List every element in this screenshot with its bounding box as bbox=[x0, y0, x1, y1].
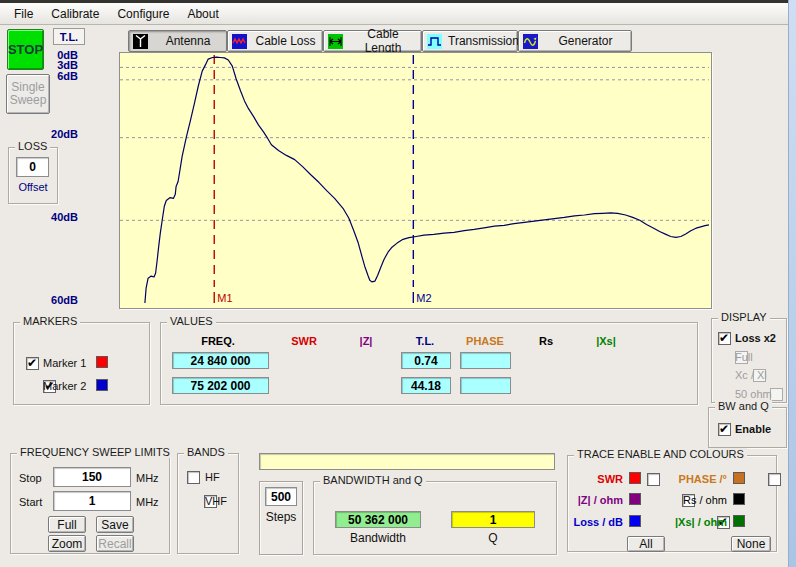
bands-group-title: BANDS bbox=[184, 446, 228, 458]
xs-color-swatch[interactable] bbox=[733, 515, 745, 527]
q-field[interactable]: 1 bbox=[451, 511, 535, 528]
stop-label: Stop bbox=[19, 472, 42, 484]
full-sweep-button[interactable]: Full bbox=[48, 516, 86, 533]
transmission-icon bbox=[427, 34, 442, 49]
rs-color-swatch[interactable] bbox=[733, 493, 745, 505]
phase-trace-checkbox[interactable] bbox=[768, 473, 781, 486]
swr-trace-label: SWR bbox=[571, 473, 623, 485]
loss-trace-label: Loss / dB bbox=[571, 516, 623, 528]
stop-freq-input[interactable]: 150 bbox=[53, 467, 131, 487]
swr-trace-checkbox[interactable] bbox=[647, 473, 660, 486]
marker1-freq-field[interactable]: 24 840 000 bbox=[172, 352, 269, 369]
bw-and-q-group: BW and Q Enable bbox=[708, 407, 787, 448]
loss-offset-label[interactable]: Offset bbox=[9, 181, 57, 193]
toolbar-transmission-button[interactable]: Transmission bbox=[422, 30, 518, 52]
steps-panel: 500 Steps bbox=[259, 481, 303, 555]
y-tick-20db: 20dB bbox=[38, 128, 78, 140]
menu-file[interactable]: File bbox=[5, 5, 42, 23]
marker2-label: Marker 2 bbox=[43, 380, 86, 392]
chart-plot-area[interactable]: M1M2 bbox=[120, 53, 709, 306]
recall-button[interactable]: Recall bbox=[96, 535, 134, 552]
hf-checkbox[interactable] bbox=[187, 471, 200, 484]
window-right-border bbox=[788, 0, 796, 567]
markers-group-title: MARKERS bbox=[20, 315, 80, 327]
save-button[interactable]: Save bbox=[96, 516, 134, 533]
display-group-title: DISPLAY bbox=[718, 311, 770, 323]
generator-icon bbox=[523, 34, 538, 49]
bwq-enable-checkbox[interactable] bbox=[718, 423, 731, 436]
marker1-color-swatch[interactable] bbox=[96, 356, 108, 368]
marker1-tl-field[interactable]: 0.74 bbox=[401, 352, 451, 369]
toolbar-cable-length-label: Cable Length bbox=[349, 27, 417, 55]
header-freq: FREQ. bbox=[201, 335, 235, 347]
zoom-button[interactable]: Zoom bbox=[48, 535, 86, 552]
toolbar-cable-loss-label: Cable Loss bbox=[253, 34, 318, 48]
antenna-icon bbox=[133, 34, 148, 49]
sweep-limits-title: FREQUENCY SWEEP LIMITS bbox=[17, 446, 173, 458]
header-rs: Rs bbox=[539, 335, 553, 347]
trace-enable-title: TRACE ENABLE AND COLOURS bbox=[574, 448, 747, 460]
display-group: DISPLAY Loss x2 Full Xc / Xl 50 ohm bbox=[711, 318, 787, 403]
xs-trace-label: |Xs| / ohm bbox=[667, 516, 727, 528]
svg-text:M2: M2 bbox=[416, 292, 431, 304]
toolbar-transmission-label: Transmission bbox=[448, 34, 519, 48]
toolbar-antenna-label: Antenna bbox=[154, 34, 222, 48]
sweep-chart[interactable]: M1M2 bbox=[119, 52, 712, 309]
y-tick-40db: 40dB bbox=[38, 211, 78, 223]
header-phase: PHASE bbox=[466, 335, 504, 347]
phase-color-swatch[interactable] bbox=[733, 472, 745, 484]
swr-color-swatch[interactable] bbox=[629, 472, 641, 484]
vhf-label: VHF bbox=[205, 495, 227, 507]
z-color-swatch[interactable] bbox=[629, 493, 641, 505]
marker1-label: Marker 1 bbox=[43, 357, 86, 369]
header-swr: SWR bbox=[291, 335, 317, 347]
bwq-enable-label: Enable bbox=[735, 423, 771, 435]
y-tick-60db: 60dB bbox=[38, 294, 78, 306]
marker2-color-swatch[interactable] bbox=[96, 379, 108, 391]
tl-axis-label: T.L. bbox=[53, 28, 85, 45]
values-group-title: VALUES bbox=[167, 315, 216, 327]
trace-enable-group: TRACE ENABLE AND COLOURS SWR PHASE /° |Z… bbox=[567, 455, 777, 552]
toolbar-cable-loss-button[interactable]: Cable Loss bbox=[227, 30, 323, 52]
svg-text:M1: M1 bbox=[217, 292, 232, 304]
marker1-phase-field[interactable] bbox=[460, 352, 511, 369]
marker2-phase-field[interactable] bbox=[460, 377, 511, 394]
50ohm-checkbox[interactable] bbox=[770, 388, 783, 401]
bands-group: BANDS HF VHF bbox=[177, 453, 239, 554]
phase-trace-label: PHASE /° bbox=[667, 473, 727, 485]
stop-unit-label: MHz bbox=[136, 472, 159, 484]
header-z: |Z| bbox=[360, 335, 373, 347]
toolbar-antenna-button[interactable]: Antenna bbox=[128, 30, 227, 52]
menu-about[interactable]: About bbox=[178, 5, 227, 23]
loss-color-swatch[interactable] bbox=[629, 515, 641, 527]
menu-calibrate[interactable]: Calibrate bbox=[42, 5, 108, 23]
marker1-checkbox[interactable] bbox=[26, 357, 39, 370]
loss-offset-input[interactable]: 0 bbox=[16, 157, 49, 177]
steps-label: Steps bbox=[260, 510, 302, 524]
status-field[interactable] bbox=[259, 453, 555, 470]
menu-bar: File Calibrate Configure About bbox=[0, 3, 796, 25]
q-label: Q bbox=[451, 531, 535, 545]
bandwidth-q-group: BANDWIDTH and Q 50 362 000 Bandwidth 1 Q bbox=[313, 481, 557, 555]
loss-x2-checkbox[interactable] bbox=[718, 332, 731, 345]
loss-group-title: LOSS bbox=[15, 140, 50, 152]
start-freq-input[interactable]: 1 bbox=[53, 491, 131, 511]
trace-none-button[interactable]: None bbox=[731, 536, 771, 552]
menu-configure[interactable]: Configure bbox=[108, 5, 178, 23]
full-label: Full bbox=[735, 351, 753, 363]
toolbar-generator-label: Generator bbox=[544, 34, 627, 48]
cable-length-icon bbox=[328, 34, 343, 49]
xcxl-label: Xc / Xl bbox=[735, 369, 767, 381]
header-tl: T.L. bbox=[416, 335, 434, 347]
toolbar-cable-length-button[interactable]: Cable Length bbox=[323, 30, 422, 52]
marker2-tl-field[interactable]: 44.18 bbox=[401, 377, 451, 394]
bandwidth-label: Bandwidth bbox=[335, 531, 421, 545]
bandwidth-field[interactable]: 50 362 000 bbox=[335, 511, 421, 528]
toolbar-generator-button[interactable]: Generator bbox=[518, 30, 632, 52]
marker2-freq-field[interactable]: 75 202 000 bbox=[172, 377, 269, 394]
cable-loss-icon bbox=[232, 34, 247, 49]
start-unit-label: MHz bbox=[136, 496, 159, 508]
steps-input[interactable]: 500 bbox=[265, 487, 297, 506]
trace-all-button[interactable]: All bbox=[627, 536, 665, 552]
z-trace-label: |Z| / ohm bbox=[571, 494, 623, 506]
